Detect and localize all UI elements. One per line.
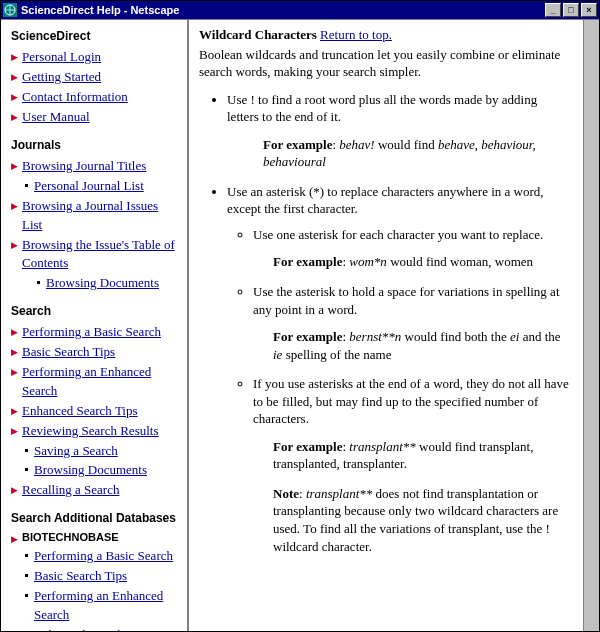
note-block: Note: transplant** does not find transpl… — [273, 485, 569, 555]
nav-item: ▶Reviewing Search Results — [11, 422, 181, 441]
nav-item: ▶Browsing a Journal Issues List — [11, 197, 181, 235]
body-text: spelling of the name — [282, 347, 391, 362]
body-text: would find woman, women — [387, 254, 533, 269]
body-text: would find — [375, 137, 438, 152]
arrow-icon: ▶ — [11, 533, 18, 546]
nav-link[interactable]: Getting Started — [22, 68, 101, 87]
section-heading: Wildcard Characters — [199, 27, 317, 42]
example-term: behav! — [339, 137, 374, 152]
nav-link[interactable]: Basic Search Tips — [34, 567, 127, 586]
return-to-top-link[interactable]: Return to top. — [320, 27, 392, 42]
nav-item: ▶Browsing Journal Titles — [11, 157, 181, 176]
nav-link[interactable]: Contact Information — [22, 88, 128, 107]
netscape-icon — [3, 3, 17, 17]
nav-section-heading: Search — [11, 303, 181, 320]
nav-link[interactable]: Reviewing Search Results — [22, 422, 158, 441]
nav-item: Personal Journal List — [23, 177, 181, 196]
nav-link[interactable]: Performing an Enhanced Search — [34, 587, 181, 625]
nav-link[interactable]: Recalling a Search — [22, 481, 119, 500]
nav-label: BIOTECHNOBASE — [22, 530, 119, 546]
nav-link[interactable]: Personal Login — [22, 48, 101, 67]
arrow-icon: ▶ — [11, 484, 18, 497]
arrow-icon: ▶ — [11, 405, 18, 418]
bullet-icon — [25, 468, 28, 471]
body-text: Use an asterisk (*) to replace character… — [227, 184, 544, 217]
nav-item: ▶Performing an Enhanced Search — [11, 363, 181, 401]
arrow-icon: ▶ — [11, 366, 18, 379]
nav-item: ▶Personal Login — [11, 48, 181, 67]
example-block: For example: behav! would find behave, b… — [263, 136, 569, 171]
bullet-icon — [37, 281, 40, 284]
bullet-icon — [25, 594, 28, 597]
bullet-icon — [25, 449, 28, 452]
nav-link[interactable]: Browsing Documents — [34, 461, 147, 480]
arrow-icon: ▶ — [11, 111, 18, 124]
body-text: and the — [519, 329, 560, 344]
body-text: Use the asterisk to hold a space for var… — [253, 284, 560, 317]
nav-list: ▶BIOTECHNOBASEPerforming a Basic SearchB… — [11, 530, 181, 631]
nav-item: ▶Browsing the Issue's Table of Contents — [11, 236, 181, 274]
arrow-icon: ▶ — [11, 346, 18, 359]
bullet-icon — [25, 554, 28, 557]
arrow-icon: ▶ — [11, 200, 18, 213]
body-text: would find both the — [401, 329, 510, 344]
example-label: For example — [273, 254, 342, 269]
list-item: Use one asterisk for each character you … — [253, 226, 569, 271]
example-term: transplant** — [306, 486, 372, 501]
example-term: transplant** — [349, 439, 415, 454]
arrow-icon: ▶ — [11, 326, 18, 339]
nav-link[interactable]: Personal Journal List — [34, 177, 144, 196]
app-window: ScienceDirect Help - Netscape _ □ × Scie… — [0, 0, 600, 632]
arrow-icon: ▶ — [11, 160, 18, 173]
nav-link[interactable]: Enhanced Search Tips — [22, 402, 138, 421]
list-item: Use ! to find a root word plus all the w… — [227, 91, 569, 171]
arrow-icon: ▶ — [11, 91, 18, 104]
nav-item: ▶User Manual — [11, 108, 181, 127]
close-button[interactable]: × — [581, 3, 597, 17]
arrow-icon: ▶ — [11, 239, 18, 252]
example-label: For example — [273, 329, 342, 344]
example-term: ei — [510, 329, 519, 344]
nav-item: ▶Enhanced Search Tips — [11, 402, 181, 421]
example-block: For example: wom*n would find woman, wom… — [273, 253, 569, 271]
nav-link[interactable]: User Manual — [22, 108, 90, 127]
minimize-button[interactable]: _ — [545, 3, 561, 17]
nav-link[interactable]: Browsing a Journal Issues List — [22, 197, 181, 235]
nav-item: ▶Recalling a Search — [11, 481, 181, 500]
nav-item: Performing an Enhanced Search — [23, 587, 181, 625]
nav-item: Browsing Documents — [35, 274, 181, 293]
nav-item: Basic Search Tips — [23, 567, 181, 586]
example-term: ie — [273, 347, 282, 362]
nav-item: ▶Getting Started — [11, 68, 181, 87]
nav-link[interactable]: Basic Search Tips — [22, 343, 115, 362]
nav-section-heading: Search Additional Databases — [11, 510, 181, 527]
example-label: For example — [273, 439, 342, 454]
content-area: ScienceDirect▶Personal Login▶Getting Sta… — [1, 19, 599, 631]
example-block: For example: transplant** would find tra… — [273, 438, 569, 473]
arrow-icon: ▶ — [11, 51, 18, 64]
nav-link[interactable]: Performing a Basic Search — [34, 547, 173, 566]
nav-item: Saving a Search — [23, 442, 181, 461]
arrow-icon: ▶ — [11, 425, 18, 438]
nav-link[interactable]: Saving a Search — [34, 442, 118, 461]
nav-sidebar: ScienceDirect▶Personal Login▶Getting Sta… — [1, 20, 189, 631]
nav-link[interactable]: Browsing the Issue's Table of Contents — [22, 236, 181, 274]
bullet-icon — [25, 574, 28, 577]
nav-link[interactable]: Browsing Documents — [46, 274, 159, 293]
nav-list: ▶Personal Login▶Getting Started▶Contact … — [11, 48, 181, 126]
window-title: ScienceDirect Help - Netscape — [21, 4, 543, 16]
bullet-list: Use ! to find a root word plus all the w… — [227, 91, 569, 555]
nav-item: ▶Contact Information — [11, 88, 181, 107]
maximize-button[interactable]: □ — [563, 3, 579, 17]
list-item: Use the asterisk to hold a space for var… — [253, 283, 569, 363]
nav-link[interactable]: Performing a Basic Search — [22, 323, 161, 342]
note-label: Note — [273, 486, 299, 501]
nav-link[interactable]: Browsing Journal Titles — [22, 157, 146, 176]
nav-item: ▶BIOTECHNOBASE — [11, 530, 181, 546]
example-term: wom*n — [349, 254, 387, 269]
nav-link[interactable]: Performing an Enhanced Search — [22, 363, 181, 401]
nav-link[interactable]: Enhanced Search Tips — [34, 626, 150, 631]
help-content: Wildcard Characters Return to top. Boole… — [189, 20, 583, 631]
nav-list: ▶Performing a Basic Search▶Basic Search … — [11, 323, 181, 500]
scrollbar[interactable] — [583, 20, 599, 631]
